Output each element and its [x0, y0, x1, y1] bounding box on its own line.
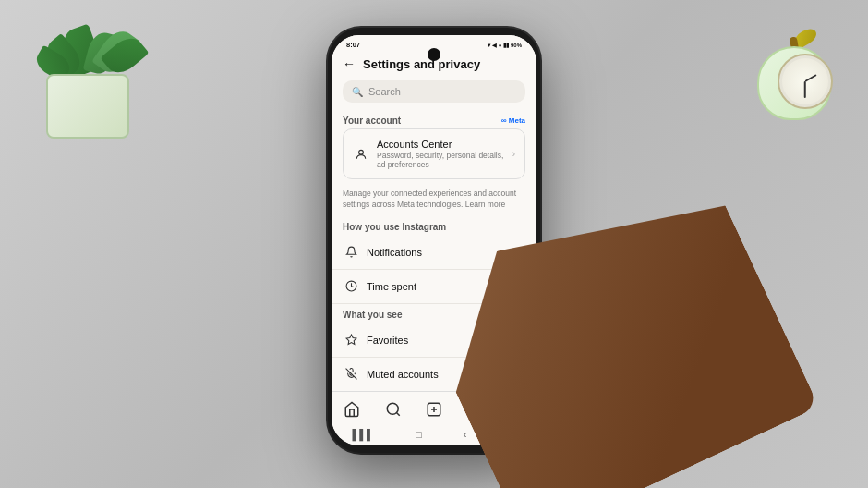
search-icon: 🔍 [352, 87, 363, 97]
clock-decoration [748, 18, 840, 120]
accounts-center-icon [353, 146, 369, 163]
accounts-center-title: Accounts Center [377, 139, 512, 150]
nav-search[interactable] [379, 397, 408, 421]
svg-marker-2 [346, 335, 356, 344]
muted-accounts-icon [343, 366, 359, 383]
apple-body [757, 46, 831, 120]
how-you-use-label: How you use Instagram [332, 216, 536, 236]
nav-add[interactable] [419, 397, 449, 421]
time-spent-icon [343, 278, 359, 295]
svg-point-10 [387, 403, 398, 414]
svg-point-0 [359, 150, 364, 154]
signal-icon: ▼◀ [487, 42, 497, 48]
status-time: 8:07 [346, 41, 360, 49]
android-back[interactable]: ‹ [464, 429, 467, 440]
clock-face [778, 54, 833, 109]
accounts-center-desc: Manage your connected experiences and ac… [332, 187, 536, 216]
android-home[interactable]: □ [416, 429, 422, 440]
nav-home[interactable] [337, 397, 367, 421]
clock-inner [782, 58, 828, 104]
wifi-icon: ● [499, 43, 502, 48]
plant-pot [46, 74, 129, 139]
search-input[interactable]: Search [368, 86, 401, 97]
accounts-center-text: Accounts Center Password, security, pers… [377, 139, 512, 169]
accounts-center-card[interactable]: Accounts Center Password, security, pers… [343, 128, 525, 179]
clock-hour-hand [805, 74, 817, 82]
accounts-center-chevron: › [512, 149, 515, 159]
camera-notch [428, 48, 440, 61]
favorites-icon [343, 332, 359, 348]
notifications-icon [343, 244, 359, 261]
svg-line-11 [396, 412, 399, 415]
back-button[interactable]: ← [343, 56, 356, 71]
desk-surface: 8:07 ▼◀ ● ▮▮ 90% ← Settings and privacy … [0, 0, 868, 488]
status-icons: ▼◀ ● ▮▮ 90% [487, 42, 522, 48]
search-bar[interactable]: 🔍 Search [343, 80, 525, 103]
android-recent[interactable]: ▌▌▌ [353, 429, 374, 440]
page-title: Settings and privacy [363, 57, 480, 71]
your-account-header: Your account ∞ Meta [332, 110, 536, 128]
accounts-center-subtitle: Password, security, personal details, ad… [377, 151, 512, 169]
your-account-label: Your account [343, 116, 401, 126]
clock-minute-hand [804, 81, 806, 98]
battery-icon: ▮▮ 90% [503, 42, 522, 48]
plant-decoration [28, 18, 148, 139]
meta-badge: ∞ Meta [501, 116, 525, 125]
accounts-center-item[interactable]: Accounts Center Password, security, pers… [344, 129, 524, 178]
